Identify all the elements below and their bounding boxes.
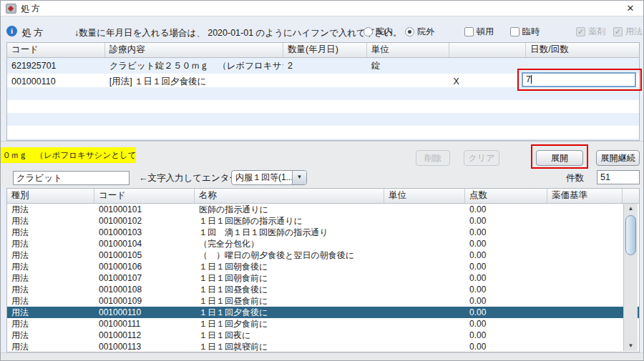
drug-highlight-text: ５０ｍｇ （レボフロキサシンとして） (1, 147, 136, 163)
disabled-checkbox-option: 用法 (613, 26, 643, 37)
usage-row[interactable]: 用法 001000104 （完全分包化） 0.00 (7, 238, 639, 249)
cell-unit (384, 249, 465, 261)
bottom-strip (1, 352, 643, 361)
cell-code: 001000104 (94, 238, 195, 249)
cell-unit (384, 238, 465, 249)
col-scroll-stub (623, 189, 639, 203)
cell-code: 001000106 (94, 261, 195, 272)
drug-highlight-label: ５０ｍｇ （レボフロキサシンとして） (1, 147, 136, 163)
usage-row[interactable]: 用法 001000112 １日１回夜に 0.00 (7, 330, 639, 341)
cell-unit (384, 227, 465, 238)
category-select-value: 内服１回等(1... (235, 172, 293, 182)
usage-row[interactable]: 用法 001000105 （ ）曜日の朝夕食後と翌日の朝食後に 0.00 (7, 249, 639, 261)
usage-row[interactable]: 用法 001000110 １日１回夕食後に 0.00 (7, 307, 639, 318)
cell-points: 0.00 (465, 215, 547, 227)
cell-unit (384, 284, 465, 295)
cell-name: １日１回昼食後に (195, 284, 384, 295)
radio-option[interactable]: 院外 (405, 26, 434, 37)
search-input[interactable]: クラビット (13, 171, 130, 185)
cell-points: 0.00 (465, 284, 547, 295)
empty-row-stripes (7, 87, 639, 140)
close-icon[interactable]: ✕ (622, 1, 639, 16)
cell-type: 用法 (7, 295, 94, 307)
vertical-scrollbar[interactable]: ▲ ▼ (623, 204, 638, 351)
search-hint: ←文字入力してエンター (139, 172, 238, 184)
checkbox-icon (510, 27, 519, 36)
category-select[interactable]: 内服１回等(1... ▼ (231, 170, 307, 185)
cell-name: １日１回医師の指示通りに (195, 215, 384, 227)
cell-price-std (547, 261, 623, 272)
radio-label: 院内 (376, 26, 393, 38)
checkbox-option[interactable]: 臨時 (510, 26, 540, 37)
clear-button[interactable]: クリア (464, 150, 499, 166)
radio-icon (364, 27, 373, 36)
cell-content: クラビット錠２５０ｍｇ （レボフロキサシンと... (105, 58, 283, 74)
cell-name: （完全分包化） (195, 238, 384, 249)
cell-unit (384, 330, 465, 341)
section-label: 処方 (22, 26, 45, 39)
info-icon: i (6, 26, 17, 36)
cell-name: １日１回夕食後に (195, 307, 384, 318)
usage-row[interactable]: 用法 001000108 １日１回昼食後に 0.00 (7, 284, 639, 295)
prescription-row[interactable]: 621925701 クラビット錠２５０ｍｇ （レボフロキサシンと... 2 錠 (7, 58, 639, 74)
cell-name: （ ）曜日の朝夕食後と翌日の朝食後に (195, 249, 384, 261)
expand-button[interactable]: 展開 (536, 150, 583, 166)
cell-points: 0.00 (465, 249, 547, 261)
cell-type: 用法 (7, 227, 94, 238)
delete-button[interactable]: 削除 (416, 150, 450, 166)
cell-unit (384, 215, 465, 227)
col-type: 種別 (7, 189, 94, 203)
cell-type: 用法 (7, 272, 94, 284)
cell-price-std (547, 249, 623, 261)
title-bar: 処方 ✕ (1, 1, 643, 16)
usage-master-table: 種別 コード 名称 単位 点数 薬価基準 用法 001000101 医師の指示通… (6, 188, 640, 352)
cell-x (449, 58, 527, 74)
scroll-up-icon[interactable]: ▲ (624, 204, 638, 214)
col-unit: 単位 (367, 43, 449, 57)
usage-row[interactable]: 用法 001000102 １日１回医師の指示通りに 0.00 (7, 215, 639, 227)
instruction-text: ↓数量に年月日を入れる場合は、 2020-01-01 のようにハイフンで入れて下… (74, 27, 401, 39)
radio-option[interactable]: 院内 (364, 26, 393, 37)
usage-row[interactable]: 用法 001000106 １日１回朝食後に 0.00 (7, 261, 639, 272)
cell-name: １日１回夜に (195, 330, 384, 341)
usage-row[interactable]: 用法 001000111 １日１回夕食前に 0.00 (7, 318, 639, 330)
cell-code: 001000105 (94, 249, 195, 261)
cell-type: 用法 (7, 238, 94, 249)
cell-type: 用法 (7, 307, 94, 318)
cell-points: 0.00 (465, 272, 547, 284)
cell-name: １日１回就寝前に (195, 341, 384, 352)
checkbox-option[interactable]: 頓用 (464, 26, 494, 37)
usage-row[interactable]: 用法 001000113 １日１回就寝前に 0.00 (7, 341, 639, 352)
cell-code: 001000112 (94, 330, 195, 341)
scroll-down-icon[interactable]: ▼ (624, 341, 638, 351)
chevron-down-icon: ▼ (292, 171, 306, 184)
cell-type: 用法 (7, 330, 94, 341)
cell-type: 用法 (7, 318, 94, 330)
usage-row[interactable]: 用法 001000103 １回 滴１日１回医師の指示通り 0.00 (7, 227, 639, 238)
days-count-input[interactable]: 7 (522, 72, 636, 87)
cell-price-std (547, 238, 623, 249)
usage-row[interactable]: 用法 001000101 医師の指示通りに 0.00 (7, 204, 639, 215)
col-unit: 単位 (384, 189, 465, 203)
usage-row[interactable]: 用法 001000109 １日１回昼食前に 0.00 (7, 295, 639, 307)
days-count-value: 7 (526, 74, 531, 84)
col-code: コード (7, 43, 105, 57)
cell-price-std (547, 284, 623, 295)
count-label: 件数 (566, 172, 584, 184)
cell-price-std (547, 295, 623, 307)
checkbox-icon (464, 27, 474, 36)
cell-price-std (547, 215, 623, 227)
cell-price-std (547, 330, 623, 341)
cell-name: １回 滴１日１回医師の指示通り (195, 227, 384, 238)
usage-row[interactable]: 用法 001000107 １日１回朝食前に 0.00 (7, 272, 639, 284)
cell-price-std (547, 227, 623, 238)
cell-code: 001000113 (94, 341, 195, 352)
scrollbar-thumb[interactable] (625, 215, 636, 255)
cell-type: 用法 (7, 341, 94, 352)
cell-code: 001000109 (94, 295, 195, 307)
count-input[interactable]: 51 (597, 170, 640, 184)
checkbox-icon (576, 27, 585, 36)
expand-continue-button[interactable]: 展開継続 (596, 150, 640, 166)
cell-points: 0.00 (465, 227, 547, 238)
checkbox-label: 薬剤 (588, 26, 605, 38)
